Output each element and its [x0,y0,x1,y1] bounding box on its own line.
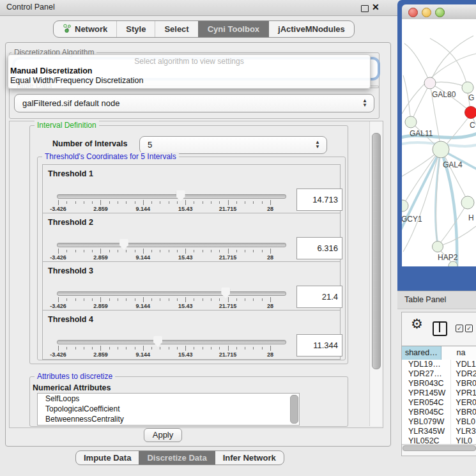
list-scrollbar-thumb[interactable] [290,395,298,424]
table-row[interactable]: YBL079WYBL0 [402,417,476,427]
threshold-value-field[interactable]: 6.316 [296,237,342,259]
close-icon[interactable]: ✕ [372,2,380,12]
network-edge [404,43,430,83]
table-row[interactable]: YDL19…YDL1 [402,360,476,369]
network-edge [445,115,470,146]
popup-option-equal-width-frequency[interactable]: Equal Width/Frequency Discretization [8,76,370,86]
algorithm-popup-hint: Select algorithm to view settings [8,55,370,66]
table-cell[interactable]: YER0 [451,398,476,408]
attribute-item-betweennesscentrality[interactable]: BetweennessCentrality [38,414,299,424]
numerical-attributes-list[interactable]: SelfLoopsTopologicalCoefficientBetweenne… [37,393,300,426]
table-cell[interactable]: YLR345W [402,427,451,436]
column-header-name[interactable]: na [441,346,476,360]
table-cell[interactable]: YBR0 [451,408,476,417]
table-cell[interactable]: YIL0 [451,436,476,444]
network-node-h[interactable] [461,196,474,209]
network-window-titlebar[interactable] [402,4,476,20]
network-node-c[interactable] [465,107,476,119]
threshold-panel-2: Threshold 2 -3.4262.8599.14415.4321.7152… [42,213,341,263]
checkbox-icon[interactable]: ✓ [465,325,473,332]
tab-jactivemnodules[interactable]: jActiveMNodules [268,21,354,37]
tab-cyni-toolbox[interactable]: Cyni Toolbox [198,21,268,37]
close-traffic-light-icon[interactable] [408,8,418,17]
table-cell[interactable]: YPR145W [402,388,451,398]
tick-label: 28 [267,303,273,309]
threshold-slider-handle[interactable] [221,288,230,298]
table-data-combobox[interactable]: galFiltered.sif default node ▲▼ [14,94,374,112]
table-cell[interactable]: YBL079W [402,417,451,427]
tab-label: Discretize Data [147,453,206,463]
table-cell[interactable]: YDR2 [451,369,476,379]
threshold-value-field[interactable]: 14.713 [296,188,342,211]
column-header-shared-name[interactable]: shared… [402,346,441,360]
apply-button[interactable]: Apply [144,428,182,442]
float-panel-icon[interactable] [361,5,369,12]
network-edge [412,83,430,120]
minimize-traffic-light-icon[interactable] [422,8,431,17]
table-cell[interactable]: YER054C [402,398,451,408]
table-cell[interactable]: YDL1 [451,360,476,369]
table-row[interactable]: YBR043CYBR0 [402,379,476,388]
split-columns-icon[interactable] [433,321,447,336]
vertical-scrollbar-thumb[interactable] [372,133,381,369]
network-node-gal11[interactable] [405,116,417,128]
threshold-label: Threshold 3 [48,266,93,275]
bottom-tab-bar: Impute DataDiscretize DataInfer Network [75,450,284,465]
tab-style[interactable]: Style [116,21,155,37]
table-row[interactable]: YER054CYER0 [402,398,476,408]
number-of-intervals-combobox[interactable]: 5 ▲▼ [139,136,327,154]
table-row[interactable]: YBR045CYBR0 [402,408,476,417]
table-cell[interactable]: YIL052C [402,436,451,444]
network-canvas[interactable]: GAL80GCGAL11GAL4GCY1HHAP2 [402,19,476,266]
tick-label: 28 [267,254,273,261]
attribute-item-topologicalcoefficient[interactable]: TopologicalCoefficient [38,404,299,414]
threshold-slider-track[interactable] [57,340,286,344]
horizontal-scrollbar-track[interactable] [402,444,476,451]
table-toolbar: ⚙ ✓ ✓ [402,312,476,346]
table-cell[interactable]: YBR045C [402,408,451,417]
zoom-traffic-light-icon[interactable] [435,8,445,17]
tab-infer-network[interactable]: Infer Network [215,451,284,464]
tab-select[interactable]: Select [155,21,197,37]
tab-label: Network [75,24,107,34]
tab-discretize-data[interactable]: Discretize Data [139,451,214,464]
network-node-gal80[interactable] [424,77,436,89]
tab-impute-data[interactable]: Impute Data [76,451,139,464]
threshold-slider-track[interactable] [57,194,286,199]
network-node-g[interactable] [462,82,473,93]
tick-label: 15.43 [178,206,193,212]
network-node-hap2[interactable] [433,242,443,252]
network-node-gal4[interactable] [433,141,449,158]
table-row[interactable]: YDR27…YDR2 [402,369,476,379]
table-cell[interactable]: YLR3 [451,427,476,436]
threshold-slider-handle[interactable] [153,336,162,347]
table-cell[interactable]: YDL19… [402,360,451,369]
threshold-slider-handle[interactable] [176,190,185,201]
tick-label: 21.715 [219,254,237,261]
tick-label: 2.859 [93,254,108,261]
network-edge [403,152,439,252]
popup-option-manual-discretization[interactable]: Manual Discretization [8,66,370,76]
tick-label: 15.43 [178,351,193,358]
table-row[interactable]: YIL052CYIL0 [402,436,476,444]
threshold-value-field[interactable]: 11.344 [296,334,342,357]
table-cell[interactable]: YBL0 [451,417,476,427]
tab-network[interactable]: Network [54,21,116,37]
network-node-gcy1[interactable] [402,200,408,211]
gear-icon[interactable]: ⚙ [411,316,423,332]
threshold-slider-track[interactable] [57,243,286,247]
table-cell[interactable]: YPR1 [451,388,476,398]
network-edge [430,36,473,83]
table-cell[interactable]: YBR043C [402,379,451,388]
threshold-slider-handle[interactable] [119,239,128,250]
table-row[interactable]: YPR145WYPR1 [402,388,476,398]
checkbox-icon[interactable]: ✓ [456,325,463,332]
threshold-slider-track[interactable] [57,291,286,296]
table-row[interactable]: YLR345WYLR3 [402,427,476,436]
threshold-panel-4: Threshold 4 -3.4262.8599.14415.4321.7152… [42,310,341,360]
table-cell[interactable]: YBR0 [451,379,476,388]
table-cell[interactable]: YDR27… [402,369,451,379]
threshold-value-field[interactable]: 21.4 [296,286,342,308]
horizontal-scrollbar-thumb[interactable] [403,445,476,451]
attribute-item-selfloops[interactable]: SelfLoops [38,394,299,404]
